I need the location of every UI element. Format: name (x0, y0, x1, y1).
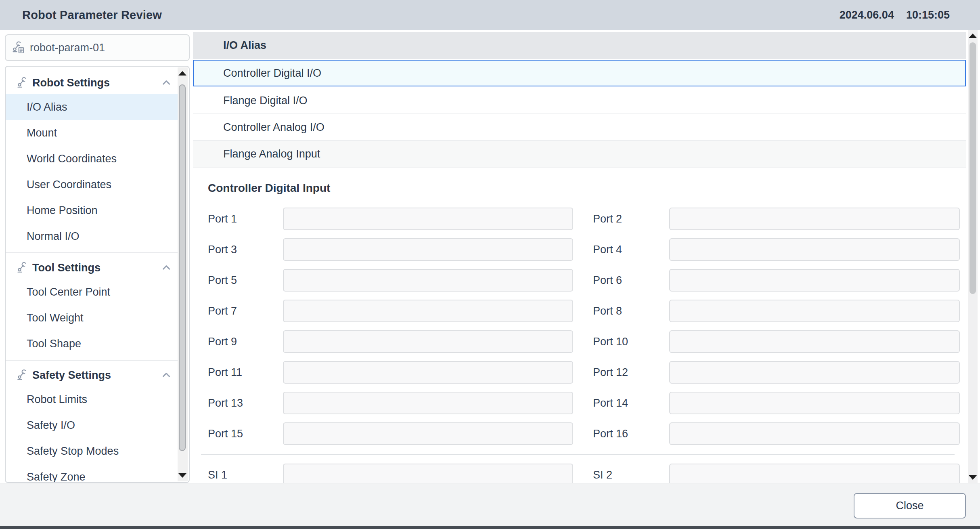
robot-document-icon (11, 41, 25, 55)
sidebar-item-label: I/O Alias (27, 101, 67, 113)
port-4-input[interactable] (669, 238, 960, 261)
chevron-up-icon (160, 369, 172, 381)
si-1-input[interactable] (283, 464, 573, 483)
port-16-input[interactable] (669, 422, 960, 445)
sidebar-item-label: User Coordinates (27, 178, 111, 191)
port-5-input[interactable] (283, 269, 573, 292)
tab-label: Flange Digital I/O (223, 94, 308, 107)
sidebar-item-user-coordinates[interactable]: User Coordinates (6, 172, 178, 197)
port-3-label: Port 3 (208, 244, 283, 256)
robot-arm-icon (16, 262, 28, 274)
tree-section-label: Safety Settings (32, 369, 111, 382)
section-divider (201, 454, 955, 455)
settings-tree: Robot Settings I/O Alias Mount World Coo… (5, 66, 190, 483)
sidebar-item-world-coordinates[interactable]: World Coordinates (6, 146, 178, 172)
port-16-label: Port 16 (593, 428, 669, 440)
sidebar-item-tool-shape[interactable]: Tool Shape (6, 331, 178, 357)
port-3-input[interactable] (283, 238, 573, 261)
sidebar-item-label: Normal I/O (27, 230, 80, 243)
scroll-down-arrow-icon[interactable] (969, 475, 977, 480)
port-10-label: Port 10 (593, 336, 669, 348)
port-12-label: Port 12 (593, 366, 669, 379)
chevron-up-icon (160, 262, 172, 274)
port-row: Port 13 Port 14 (208, 388, 966, 418)
sidebar: Robot Settings I/O Alias Mount World Coo… (5, 0, 190, 529)
scroll-up-arrow-icon[interactable] (178, 71, 186, 76)
port-14-input[interactable] (669, 392, 960, 414)
port-11-input[interactable] (283, 361, 573, 384)
content-scrollbar[interactable] (968, 30, 978, 483)
port-form: Port 1 Port 2 Port 3 Port 4 Port 5 Port … (193, 204, 966, 449)
port-1-input[interactable] (283, 208, 573, 230)
scroll-down-arrow-icon[interactable] (178, 473, 186, 478)
sidebar-item-safety-io[interactable]: Safety I/O (6, 412, 178, 438)
sidebar-item-label: Mount (27, 127, 57, 139)
port-row: Port 11 Port 12 (208, 357, 966, 388)
tree-section-tool-settings[interactable]: Tool Settings (6, 256, 178, 279)
param-name-input[interactable] (30, 42, 183, 54)
port-6-input[interactable] (669, 269, 960, 292)
port-9-label: Port 9 (208, 336, 283, 348)
tree-section-robot-settings[interactable]: Robot Settings (6, 71, 178, 94)
sidebar-item-tool-center-point[interactable]: Tool Center Point (6, 279, 178, 305)
param-name-field[interactable] (5, 34, 190, 61)
si-2-label: SI 2 (593, 469, 669, 481)
sidebar-item-normal-io[interactable]: Normal I/O (6, 223, 178, 249)
port-2-label: Port 2 (593, 213, 669, 225)
content-scrollbar-thumb[interactable] (970, 42, 976, 294)
sidebar-item-label: Tool Weight (27, 312, 84, 324)
sidebar-item-label: Safety Zone (27, 471, 86, 483)
sidebar-item-label: Safety I/O (27, 419, 75, 432)
port-15-input[interactable] (283, 422, 573, 445)
port-row: Port 9 Port 10 (208, 326, 966, 357)
tab-label: Controller Analog I/O (223, 121, 325, 134)
tab-controller-digital-io[interactable]: Controller Digital I/O (193, 60, 966, 86)
port-11-label: Port 11 (208, 366, 283, 379)
sidebar-item-safety-zone[interactable]: Safety Zone (6, 464, 178, 482)
port-row: Port 5 Port 6 (208, 265, 966, 296)
settings-tree-viewport: Robot Settings I/O Alias Mount World Coo… (6, 67, 178, 482)
tree-section-label: Robot Settings (32, 77, 110, 89)
datetime: 2024.06.04 10:15:05 (840, 9, 950, 21)
si-1-label: SI 1 (208, 469, 283, 481)
sidebar-item-home-position[interactable]: Home Position (6, 197, 178, 223)
port-12-input[interactable] (669, 361, 960, 384)
robot-parameter-review-window: Robot Parameter Review 2024.06.04 10:15:… (0, 0, 980, 529)
sidebar-scrollbar-thumb[interactable] (179, 84, 186, 451)
port-7-input[interactable] (283, 300, 573, 322)
scroll-up-arrow-icon[interactable] (969, 34, 977, 38)
sidebar-item-mount[interactable]: Mount (6, 120, 178, 146)
si-2-input[interactable] (669, 464, 960, 483)
sidebar-item-label: Robot Limits (27, 393, 87, 406)
port-8-input[interactable] (669, 300, 960, 322)
content-panel: I/O Alias Controller Digital I/O Flange … (193, 30, 966, 483)
sidebar-item-label: World Coordinates (27, 153, 117, 165)
sidebar-item-robot-limits[interactable]: Robot Limits (6, 386, 178, 412)
tab-label: I/O Alias (223, 39, 266, 52)
section-title: Controller Digital Input (208, 181, 966, 195)
tree-divider (6, 252, 178, 253)
sidebar-item-safety-stop-modes[interactable]: Safety Stop Modes (6, 438, 178, 464)
sidebar-item-label: Tool Center Point (27, 286, 110, 298)
tab-label: Flange Analog Input (223, 148, 320, 160)
port-10-input[interactable] (669, 330, 960, 353)
sidebar-scrollbar[interactable] (178, 67, 188, 481)
port-8-label: Port 8 (593, 305, 669, 317)
port-2-input[interactable] (669, 208, 960, 230)
port-13-input[interactable] (283, 392, 573, 414)
tree-section-label: Tool Settings (32, 262, 101, 274)
date-label: 2024.06.04 (840, 9, 894, 21)
close-button[interactable]: Close (854, 493, 966, 519)
tab-controller-analog-io[interactable]: Controller Analog I/O (193, 114, 966, 141)
chevron-up-icon (160, 77, 172, 89)
io-alias-group-header[interactable]: I/O Alias (193, 32, 966, 59)
sidebar-item-tool-weight[interactable]: Tool Weight (6, 305, 178, 331)
bottom-edge (0, 526, 980, 529)
port-7-label: Port 7 (208, 305, 283, 317)
tree-divider (6, 360, 178, 361)
tab-flange-digital-io[interactable]: Flange Digital I/O (193, 88, 966, 114)
port-9-input[interactable] (283, 330, 573, 353)
tab-flange-analog-input[interactable]: Flange Analog Input (193, 141, 966, 168)
sidebar-item-io-alias[interactable]: I/O Alias (6, 94, 178, 120)
tree-section-safety-settings[interactable]: Safety Settings (6, 364, 178, 386)
